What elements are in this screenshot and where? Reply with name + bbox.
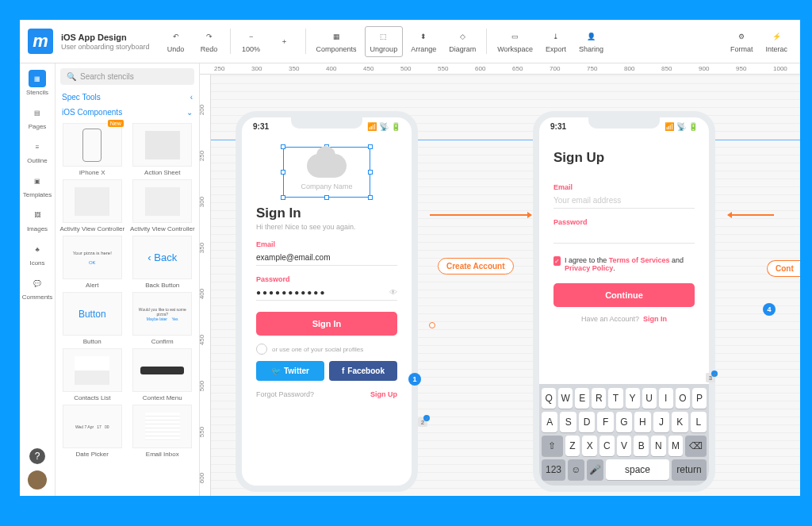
rail-icons[interactable]: ♣Icons bbox=[29, 240, 46, 267]
key-t[interactable]: T bbox=[608, 388, 622, 409]
stencil-back[interactable]: ‹ BackBack Button bbox=[129, 236, 197, 289]
zoom-in-button[interactable]: ＋ bbox=[270, 32, 300, 51]
key-i[interactable]: I bbox=[659, 388, 673, 409]
user-avatar[interactable] bbox=[28, 470, 47, 490]
eye-icon[interactable]: 👁 bbox=[389, 288, 397, 297]
backspace-key[interactable]: ⌫ bbox=[685, 436, 707, 456]
agree-checkbox[interactable]: ✓ I agree to the Terms of Services and P… bbox=[553, 256, 695, 272]
rail-images[interactable]: 🖼Images bbox=[27, 206, 48, 232]
key-e[interactable]: E bbox=[575, 388, 589, 409]
doc-title[interactable]: iOS App Design bbox=[61, 33, 150, 42]
arrange-button[interactable]: ⬍Arrange bbox=[406, 27, 441, 56]
flow-create-account[interactable]: Create Account bbox=[438, 258, 514, 275]
key-j[interactable]: J bbox=[653, 412, 669, 432]
mic-key[interactable]: 🎤 bbox=[587, 459, 603, 480]
stencil-header-ios[interactable]: iOS Components⌄ bbox=[56, 105, 199, 120]
key-u[interactable]: U bbox=[642, 388, 657, 409]
key-p[interactable]: P bbox=[692, 388, 707, 409]
key-h[interactable]: H bbox=[634, 412, 650, 432]
flow-arrow[interactable] bbox=[430, 214, 531, 216]
continue-button[interactable]: Continue bbox=[553, 283, 695, 307]
flow-arrow-2[interactable] bbox=[728, 214, 774, 216]
key-m[interactable]: M bbox=[668, 436, 684, 456]
space-key[interactable]: space bbox=[606, 459, 669, 480]
emoji-key[interactable]: ☺ bbox=[568, 459, 584, 480]
undo-button[interactable]: ↶Undo bbox=[161, 27, 191, 56]
email-field[interactable]: Your email address bbox=[553, 193, 695, 209]
stencil-iphone-x[interactable]: NewiPhone X bbox=[59, 123, 126, 176]
stencil-inbox[interactable]: Email Inbox bbox=[129, 405, 197, 458]
export-button[interactable]: ⤓Export bbox=[541, 27, 571, 56]
rail-comments[interactable]: 💬Comments bbox=[22, 275, 53, 301]
forgot-link[interactable]: Forgot Password? bbox=[256, 390, 314, 398]
help-button[interactable]: ? bbox=[29, 448, 45, 464]
sharing-button[interactable]: 👤Sharing bbox=[574, 27, 608, 56]
stencil-confirm[interactable]: Would you like to eat somepizza?Maybe la… bbox=[129, 292, 197, 345]
email-field[interactable]: example@email.com bbox=[256, 250, 397, 266]
key-c[interactable]: C bbox=[599, 436, 615, 456]
stencil-alert[interactable]: Your pizza is here!OKAlert bbox=[59, 236, 126, 289]
signin-link[interactable]: Sign In bbox=[643, 315, 667, 323]
ungroup-button[interactable]: ⬚Ungroup bbox=[365, 26, 404, 57]
sign-in-button[interactable]: Sign In bbox=[256, 312, 397, 336]
password-field[interactable]: ●●●●●●●●●●●👁 bbox=[256, 285, 397, 301]
signup-link[interactable]: Sign Up bbox=[370, 390, 397, 398]
stencil-context[interactable]: Context Menu bbox=[129, 348, 197, 401]
stencil-button[interactable]: ButtonButton bbox=[59, 292, 126, 345]
stencil-contacts[interactable]: Contacts List bbox=[59, 348, 126, 401]
interactions-button[interactable]: ⚡Interac bbox=[760, 27, 792, 56]
password-field[interactable] bbox=[553, 228, 695, 244]
flow-continue[interactable]: Cont bbox=[767, 260, 800, 277]
flow-origin-icon[interactable] bbox=[429, 322, 435, 328]
key-v[interactable]: V bbox=[617, 436, 632, 456]
selected-element[interactable]: Company Name bbox=[283, 147, 370, 198]
canvas[interactable]: 2503003504004505005506006507007508008509… bbox=[200, 63, 800, 496]
key-l[interactable]: L bbox=[691, 412, 707, 432]
rail-templates[interactable]: ▣Templates bbox=[23, 172, 52, 198]
mockup-sign-up[interactable]: 9:31📶 📡 🔋 Sign Up Email Your email addre… bbox=[533, 111, 715, 492]
key-f[interactable]: F bbox=[597, 412, 613, 432]
diagram-button[interactable]: ◇Diagram bbox=[444, 27, 481, 56]
key-a[interactable]: A bbox=[542, 412, 557, 432]
rail-outline[interactable]: ≡Outline bbox=[27, 138, 47, 164]
key-g[interactable]: G bbox=[616, 412, 632, 432]
key-b[interactable]: B bbox=[634, 436, 649, 456]
key-o[interactable]: O bbox=[676, 388, 690, 409]
marker-3[interactable]: 3 bbox=[706, 373, 715, 382]
key-z[interactable]: Z bbox=[565, 436, 580, 456]
facebook-button[interactable]: fFacebook bbox=[329, 361, 397, 381]
zoom-out-button[interactable]: −100% bbox=[236, 27, 266, 56]
marker-2[interactable]: 2 bbox=[418, 417, 427, 427]
format-button[interactable]: ⚙Format bbox=[726, 27, 758, 56]
key-k[interactable]: K bbox=[672, 412, 688, 432]
stencil-activity-1[interactable]: Activity View Controller bbox=[59, 179, 126, 232]
key-q[interactable]: Q bbox=[542, 388, 556, 409]
redo-button[interactable]: ↷Redo bbox=[194, 27, 224, 56]
key-s[interactable]: S bbox=[560, 412, 576, 432]
key-x[interactable]: X bbox=[582, 436, 597, 456]
key-r[interactable]: R bbox=[592, 388, 606, 409]
search-input[interactable]: 🔍Search stencils bbox=[60, 68, 194, 85]
workspace-button[interactable]: ▭Workspace bbox=[492, 27, 538, 56]
shift-key[interactable]: ⇧ bbox=[542, 436, 563, 456]
mockup-sign-in[interactable]: 9:31📶 📡 🔋 Company Name Sign In Hi there!… bbox=[236, 111, 418, 492]
tos-link[interactable]: Terms of Services bbox=[609, 256, 670, 264]
return-key[interactable]: return bbox=[672, 459, 707, 480]
key-n[interactable]: N bbox=[651, 436, 666, 456]
stencil-activity-2[interactable]: Activity View Controller bbox=[129, 179, 197, 232]
components-button[interactable]: ▦Components bbox=[312, 27, 362, 56]
rail-stencils[interactable]: ▦Stencils bbox=[26, 70, 48, 96]
stencil-action-sheet[interactable]: Action Sheet bbox=[129, 123, 197, 176]
privacy-link[interactable]: Privacy Policy bbox=[565, 264, 613, 272]
stencil-header-spec[interactable]: Spec Tools‹ bbox=[56, 90, 199, 105]
rail-pages[interactable]: ▤Pages bbox=[29, 104, 47, 130]
app-logo[interactable]: m bbox=[28, 29, 53, 54]
numbers-key[interactable]: 123 bbox=[542, 459, 565, 480]
key-w[interactable]: W bbox=[558, 388, 573, 409]
stencil-datepicker[interactable]: Wed 7 Apr 17 00Date Picker bbox=[59, 405, 126, 458]
marker-4[interactable]: 4 bbox=[763, 303, 776, 316]
key-y[interactable]: Y bbox=[626, 388, 640, 409]
twitter-button[interactable]: 🐦Twitter bbox=[256, 361, 324, 381]
marker-1[interactable]: 1 bbox=[408, 373, 421, 386]
key-d[interactable]: D bbox=[579, 412, 595, 432]
